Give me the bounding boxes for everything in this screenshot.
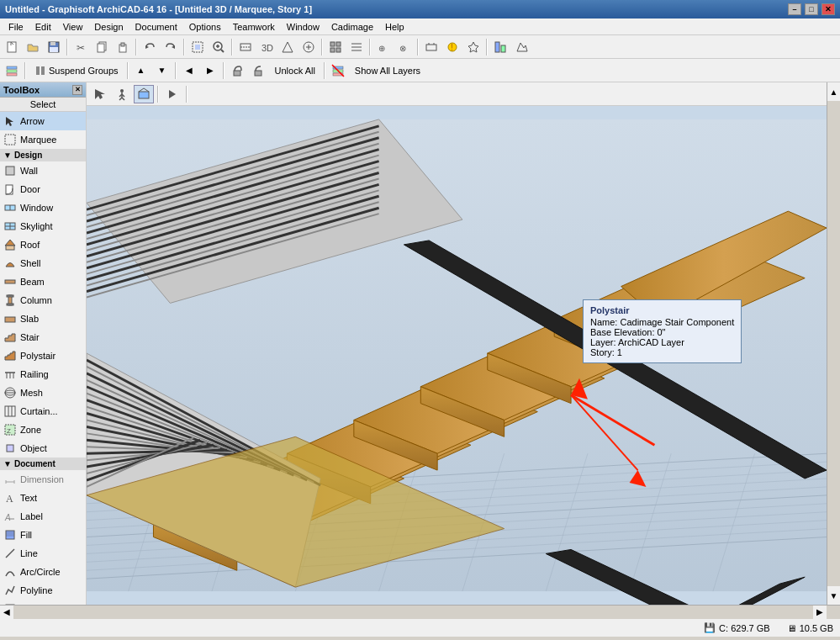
- window-controls[interactable]: – □ ✕: [788, 3, 835, 15]
- tool-skylight[interactable]: Skylight: [0, 217, 86, 235]
- tool-marquee[interactable]: Marquee: [0, 130, 86, 149]
- menu-window[interactable]: Window: [282, 20, 325, 34]
- tb-btn-13[interactable]: [421, 38, 441, 56]
- tool-stair[interactable]: Stair: [0, 328, 86, 346]
- up-btn[interactable]: ▲: [131, 61, 151, 80]
- dimension-icon: [3, 473, 17, 486]
- redo-button[interactable]: [161, 38, 181, 56]
- tool-shell[interactable]: Shell: [0, 254, 86, 272]
- menu-help[interactable]: Help: [380, 20, 409, 34]
- menu-options[interactable]: Options: [184, 20, 226, 34]
- save-button[interactable]: [44, 38, 64, 56]
- svg-rect-33: [426, 45, 436, 50]
- tb-btn-12[interactable]: ⊗: [394, 38, 415, 56]
- suspend-groups-button[interactable]: Suspend Groups: [29, 61, 124, 80]
- scrollbar-right[interactable]: ▲ ▼: [827, 82, 840, 605]
- menu-document[interactable]: Document: [130, 20, 182, 34]
- toolbox-close-button[interactable]: ✕: [72, 85, 82, 95]
- nav-orbit-btn[interactable]: [134, 85, 154, 103]
- tool-door[interactable]: Door: [0, 180, 86, 198]
- open-button[interactable]: [23, 38, 43, 56]
- show-all-layers-button[interactable]: Show All Layers: [349, 61, 426, 80]
- tb-btn-7[interactable]: [277, 38, 298, 56]
- menu-teamwork[interactable]: Teamwork: [228, 20, 280, 34]
- paste-button[interactable]: [113, 38, 133, 56]
- svg-rect-44: [36, 66, 40, 75]
- separator-10: [127, 62, 129, 79]
- tool-line[interactable]: Line: [0, 544, 86, 563]
- new-button[interactable]: [2, 38, 22, 56]
- down-btn[interactable]: ▼: [152, 61, 172, 80]
- 3d-scene[interactable]: y x z Polystair Name: Cadimage Stair Com…: [87, 106, 827, 605]
- nav-walk-btn[interactable]: [112, 85, 132, 103]
- unlock-all-button[interactable]: Unlock All: [269, 61, 321, 80]
- tb-btn-10[interactable]: [346, 38, 367, 56]
- tool-dimension[interactable]: Dimension: [0, 470, 86, 489]
- tool-polystair[interactable]: Polystair: [0, 346, 86, 365]
- tb-btn-9[interactable]: [325, 38, 346, 56]
- undo-button[interactable]: [140, 38, 160, 56]
- layer-vis-btn[interactable]: [328, 61, 348, 80]
- tool-window[interactable]: Window: [0, 198, 86, 217]
- scroll-left-btn[interactable]: ◀: [0, 606, 13, 619]
- menu-file[interactable]: File: [3, 20, 29, 34]
- maximize-button[interactable]: □: [805, 3, 818, 15]
- back-btn[interactable]: ◀: [179, 61, 199, 80]
- scroll-right-btn[interactable]: ▶: [813, 606, 827, 619]
- copy-button[interactable]: [92, 38, 112, 56]
- tool-column[interactable]: Column: [0, 291, 86, 309]
- nav-arrow-btn[interactable]: [90, 85, 110, 103]
- tool-fill[interactable]: Fill: [0, 526, 86, 544]
- tool-zone[interactable]: Z Zone: [0, 420, 86, 439]
- tool-label[interactable]: A Label: [0, 507, 86, 526]
- lock-btn[interactable]: [227, 61, 247, 80]
- tb-btn-8[interactable]: [298, 38, 319, 56]
- title-bar: Untitled - Graphisoft ArchiCAD-64 16 - […: [0, 0, 840, 19]
- tool-polyline[interactable]: Polyline: [0, 581, 86, 600]
- tool-object[interactable]: Object: [0, 439, 86, 458]
- tool-railing[interactable]: Railing: [0, 365, 86, 383]
- minimize-button[interactable]: –: [788, 3, 801, 15]
- scrollbar-bottom[interactable]: ◀ ▶: [0, 605, 840, 618]
- tool-beam[interactable]: Beam: [0, 272, 86, 291]
- tool-roof[interactable]: Roof: [0, 235, 86, 254]
- tb-btn-17[interactable]: [511, 38, 531, 56]
- tool-slab[interactable]: Slab: [0, 309, 86, 328]
- select-all-button[interactable]: [188, 38, 208, 56]
- tb-btn-15[interactable]: [463, 38, 483, 56]
- menu-design[interactable]: Design: [89, 20, 128, 34]
- scroll-up-btn[interactable]: ▲: [827, 82, 841, 101]
- tool-arrow[interactable]: Arrow: [0, 112, 86, 130]
- tool-drawing[interactable]: Drawing...: [0, 600, 86, 605]
- fwd-btn[interactable]: ▶: [200, 61, 220, 80]
- nav-small-arrow[interactable]: [162, 85, 182, 103]
- polystair-tooltip: Polystair Name: Cadimage Stair Component…: [583, 299, 742, 363]
- tb-btn-16[interactable]: [490, 38, 510, 56]
- tb-btn-14[interactable]: !: [442, 38, 462, 56]
- scroll-down-btn[interactable]: ▼: [827, 586, 841, 605]
- separator-4: [231, 39, 233, 56]
- zoom-in-button[interactable]: [209, 38, 229, 56]
- tooltip-title: Polystair: [590, 305, 734, 315]
- tb-btn-11[interactable]: ⊕: [373, 38, 394, 56]
- close-button[interactable]: ✕: [822, 3, 835, 15]
- cut-button[interactable]: ✂: [71, 38, 91, 56]
- svg-marker-38: [468, 42, 478, 52]
- tool-text[interactable]: A Text: [0, 489, 86, 507]
- tool-mesh[interactable]: Mesh: [0, 383, 86, 402]
- separator-7: [417, 39, 419, 56]
- unlock-btn[interactable]: [248, 61, 268, 80]
- layer-btn[interactable]: [2, 61, 22, 80]
- toolbar-row-1: ✂ 3D ⊕ ⊗ !: [0, 35, 840, 59]
- viewport[interactable]: y x z Polystair Name: Cadimage Stair Com…: [87, 82, 827, 605]
- tb-btn-5[interactable]: [235, 38, 256, 56]
- menu-edit[interactable]: Edit: [30, 20, 56, 34]
- tb-btn-6[interactable]: 3D: [256, 38, 277, 56]
- menu-view[interactable]: View: [58, 20, 88, 34]
- tool-wall[interactable]: Wall: [0, 161, 86, 180]
- tool-arc[interactable]: Arc/Circle: [0, 563, 86, 581]
- menu-cadimage[interactable]: Cadimage: [326, 20, 378, 34]
- svg-line-18: [221, 50, 224, 52]
- toolbar-row-2: Suspend Groups ▲ ▼ ◀ ▶ Unlock All Show A…: [0, 59, 840, 82]
- tool-curtain[interactable]: Curtain...: [0, 402, 86, 420]
